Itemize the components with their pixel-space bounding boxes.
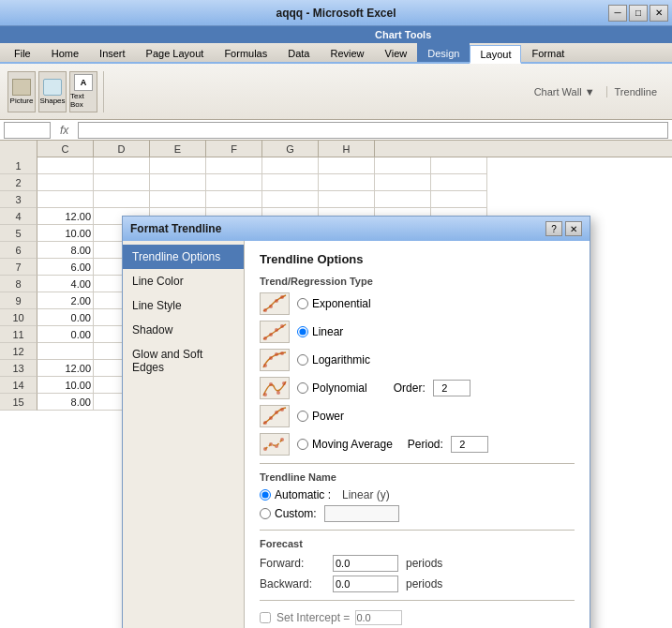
list-item[interactable] bbox=[375, 191, 431, 208]
trend-type-row-polynomial: Polynomial Order: bbox=[260, 377, 575, 399]
name-box[interactable] bbox=[4, 122, 51, 139]
tab-file[interactable]: File bbox=[4, 43, 41, 62]
close-window-button[interactable]: ✕ bbox=[650, 5, 668, 22]
logarithmic-radio[interactable] bbox=[297, 354, 308, 366]
list-item[interactable]: 6.00 bbox=[37, 259, 94, 276]
automatic-radio-label[interactable]: Automatic : bbox=[260, 488, 331, 501]
logarithmic-radio-label[interactable]: Logarithmic bbox=[297, 353, 370, 366]
list-item[interactable] bbox=[206, 174, 262, 191]
moving-average-radio[interactable] bbox=[297, 439, 308, 450]
sidebar-item-shadow[interactable]: Shadow bbox=[123, 318, 244, 342]
list-item[interactable] bbox=[150, 174, 206, 191]
order-label: Order: bbox=[394, 381, 426, 395]
list-item[interactable] bbox=[262, 174, 319, 191]
list-item[interactable] bbox=[319, 157, 375, 174]
svg-point-0 bbox=[263, 308, 267, 312]
tab-pagelayout[interactable]: Page Layout bbox=[136, 43, 215, 62]
list-item[interactable] bbox=[319, 191, 375, 208]
list-item[interactable] bbox=[37, 343, 94, 360]
list-item[interactable] bbox=[37, 191, 94, 208]
textbox-button[interactable]: A Text Box bbox=[69, 71, 97, 112]
moving-average-radio-label[interactable]: Moving Average bbox=[297, 438, 393, 451]
sidebar-item-line-style[interactable]: Line Style bbox=[123, 293, 244, 318]
ribbon-tabs: File Home Insert Page Layout Formulas Da… bbox=[0, 43, 672, 64]
list-item[interactable] bbox=[262, 191, 319, 208]
custom-name-input[interactable] bbox=[324, 505, 399, 522]
maximize-button[interactable]: □ bbox=[629, 5, 648, 22]
tab-review[interactable]: Review bbox=[320, 43, 374, 62]
list-item[interactable] bbox=[37, 174, 94, 191]
list-item[interactable]: 12.00 bbox=[37, 208, 94, 225]
dialog-help-button[interactable]: ? bbox=[545, 221, 562, 236]
list-item[interactable]: 12.00 bbox=[37, 360, 94, 377]
divider-3 bbox=[260, 600, 575, 601]
polynomial-radio-label[interactable]: Polynomial bbox=[297, 381, 367, 395]
forward-input[interactable] bbox=[333, 555, 398, 572]
custom-name-radio[interactable] bbox=[260, 508, 271, 519]
tab-home[interactable]: Home bbox=[41, 43, 89, 62]
automatic-name-radio[interactable] bbox=[260, 489, 271, 501]
list-item[interactable] bbox=[375, 157, 431, 174]
custom-radio-label[interactable]: Custom: bbox=[260, 507, 317, 520]
list-item[interactable] bbox=[375, 174, 431, 191]
dialog-close-x-button[interactable]: ✕ bbox=[565, 221, 582, 236]
list-item[interactable] bbox=[94, 191, 150, 208]
power-radio-label[interactable]: Power bbox=[297, 410, 344, 423]
list-item[interactable] bbox=[431, 174, 487, 191]
svg-point-6 bbox=[269, 333, 273, 336]
custom-name-text: Custom: bbox=[275, 507, 317, 520]
polynomial-radio[interactable] bbox=[297, 382, 308, 394]
list-item[interactable] bbox=[94, 174, 150, 191]
exponential-radio-label[interactable]: Exponential bbox=[297, 297, 371, 310]
list-item[interactable]: 2.00 bbox=[37, 292, 94, 309]
set-intercept-checkbox[interactable] bbox=[260, 612, 271, 623]
minimize-button[interactable]: ─ bbox=[608, 5, 627, 22]
linear-radio-label[interactable]: Linear bbox=[297, 325, 343, 338]
sidebar-item-trendline-options[interactable]: Trendline Options bbox=[123, 245, 244, 269]
tab-data[interactable]: Data bbox=[277, 43, 320, 62]
power-radio[interactable] bbox=[297, 411, 308, 422]
col-header-g: G bbox=[262, 141, 319, 157]
shapes-button[interactable]: Shapes bbox=[38, 71, 67, 112]
picture-button[interactable]: Picture bbox=[7, 71, 36, 112]
list-item[interactable] bbox=[431, 157, 487, 174]
tab-view[interactable]: View bbox=[375, 43, 418, 62]
exponential-icon bbox=[260, 292, 290, 315]
backward-input[interactable] bbox=[333, 576, 398, 592]
sidebar-item-line-color[interactable]: Line Color bbox=[123, 269, 244, 293]
list-item[interactable]: 8.00 bbox=[37, 242, 94, 259]
tab-formulas[interactable]: Formulas bbox=[214, 43, 277, 62]
list-item[interactable] bbox=[206, 191, 262, 208]
list-item[interactable]: 8.00 bbox=[37, 394, 94, 411]
list-item[interactable] bbox=[206, 157, 262, 174]
moving-average-label: Moving Average bbox=[312, 438, 393, 451]
tab-layout[interactable]: Layout bbox=[470, 45, 521, 64]
list-item[interactable] bbox=[319, 174, 375, 191]
list-item[interactable]: 0.00 bbox=[37, 326, 94, 343]
list-item[interactable] bbox=[37, 157, 94, 174]
tab-format[interactable]: Format bbox=[521, 43, 575, 62]
list-item[interactable] bbox=[431, 191, 487, 208]
trend-type-row-logarithmic: Logarithmic bbox=[260, 349, 575, 371]
list-item[interactable] bbox=[150, 157, 206, 174]
linear-radio[interactable] bbox=[297, 326, 308, 337]
formula-input[interactable] bbox=[78, 122, 668, 139]
list-item[interactable] bbox=[262, 157, 319, 174]
exponential-label: Exponential bbox=[312, 297, 371, 310]
list-item[interactable] bbox=[94, 157, 150, 174]
tab-insert[interactable]: Insert bbox=[89, 43, 136, 62]
tab-design[interactable]: Design bbox=[417, 43, 470, 62]
list-item[interactable]: 0.00 bbox=[37, 309, 94, 326]
col-header-c: C bbox=[37, 141, 94, 157]
exponential-radio[interactable] bbox=[297, 298, 308, 309]
set-intercept-input[interactable] bbox=[355, 610, 402, 625]
moving-average-period-input[interactable] bbox=[451, 436, 488, 453]
list-item[interactable]: 10.00 bbox=[37, 225, 94, 242]
polynomial-order-input[interactable] bbox=[433, 380, 470, 396]
svg-point-9 bbox=[263, 364, 267, 367]
list-item[interactable]: 10.00 bbox=[37, 377, 94, 394]
sidebar-item-glow[interactable]: Glow and Soft Edges bbox=[123, 342, 244, 380]
list-item[interactable]: 4.00 bbox=[37, 276, 94, 292]
list-item[interactable] bbox=[150, 191, 206, 208]
set-intercept-row: Set Intercept = bbox=[260, 608, 575, 627]
